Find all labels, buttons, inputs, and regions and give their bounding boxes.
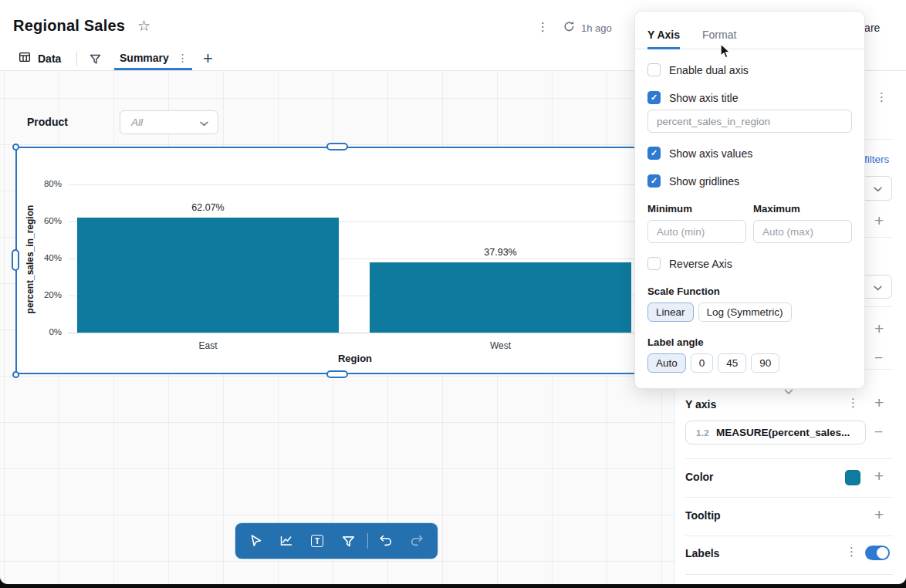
tab-summary[interactable]: Summary ⋮ (114, 48, 192, 70)
scale-log-button[interactable]: Log (Symmetric) (698, 302, 792, 322)
chevron-down-icon (874, 181, 882, 195)
labels-kebab-icon[interactable]: ⋮ (846, 546, 857, 558)
tab-data-label: Data (38, 52, 61, 65)
app-window: Regional Sales ☆ ⋮ 1h ago Share Data Sum… (0, 0, 906, 584)
redo-icon[interactable] (408, 532, 425, 549)
tab-summary-kebab-icon[interactable]: ⋮ (177, 52, 188, 64)
screen-edge (0, 584, 906, 588)
sidebar-divider (685, 574, 893, 575)
reverse-axis-checkbox[interactable] (647, 257, 661, 270)
y-tick: 20% (31, 290, 62, 299)
undo-icon[interactable] (377, 532, 394, 549)
labels-toggle[interactable] (865, 546, 890, 560)
show-axis-values-checkbox[interactable]: ✓ (647, 147, 661, 160)
show-axis-values-label: Show axis values (669, 147, 752, 160)
toolbar-divider (367, 533, 368, 549)
axis-title-input[interactable] (647, 110, 852, 133)
show-axis-title-label: Show axis title (669, 92, 738, 104)
selection-handle-bottom[interactable] (326, 370, 348, 378)
reverse-axis-row: Reverse Axis (647, 257, 852, 270)
refresh-icon[interactable] (563, 20, 576, 36)
header-kebab-icon[interactable]: ⋮ (537, 21, 549, 33)
tab-data[interactable]: Data (19, 51, 61, 66)
selection-handle-left[interactable] (12, 249, 19, 271)
last-refresh-label: 1h ago (581, 22, 612, 34)
label-angle-label: Label angle (647, 336, 852, 348)
bar-west[interactable] (370, 262, 631, 333)
sidebar-divider (685, 497, 893, 498)
y-axis-add-button[interactable]: + (874, 396, 884, 410)
add-tab-button[interactable]: + (203, 49, 213, 69)
tab-summary-label: Summary (120, 52, 169, 64)
minimum-label: Minimum (647, 203, 746, 215)
text-tool-icon[interactable]: T (309, 532, 326, 549)
star-icon[interactable]: ☆ (137, 17, 150, 35)
chevron-down-icon (874, 280, 882, 294)
y-axis-remove-button[interactable]: − (874, 425, 883, 439)
page-title: Regional Sales (13, 17, 125, 35)
show-gridlines-label: Show gridlines (669, 175, 739, 188)
y-tick: 0% (31, 327, 62, 336)
angle-45-button[interactable]: 45 (718, 353, 746, 373)
popup-tabs: Y Axis Format (635, 12, 864, 49)
bar-value-label: 62.07% (77, 202, 339, 213)
maximum-label: Maximum (753, 203, 852, 215)
y-axis-kebab-icon[interactable]: ⋮ (847, 397, 859, 409)
color-add-button[interactable]: + (874, 469, 884, 483)
enable-dual-axis-checkbox[interactable] (647, 63, 661, 76)
tab-divider (76, 52, 77, 66)
show-axis-title-checkbox[interactable]: ✓ (647, 91, 661, 104)
toggle-knob (877, 547, 888, 559)
add-field-button[interactable]: + (874, 322, 884, 336)
reverse-axis-label: Reverse Axis (669, 258, 732, 270)
enable-dual-axis-row: Enable dual axis (647, 63, 852, 76)
chevron-down-icon (200, 116, 208, 130)
y-axis-section-title: Y axis (685, 398, 716, 411)
filter-tool-icon[interactable] (340, 532, 357, 549)
scale-function-label: Scale Function (647, 286, 852, 297)
maximum-input[interactable] (753, 220, 852, 243)
product-filter-value: All (131, 117, 143, 128)
angle-90-button[interactable]: 90 (751, 353, 779, 373)
x-tick-east: East (77, 340, 339, 351)
y-tick: 60% (31, 216, 62, 225)
x-axis-title: Region (85, 353, 625, 364)
scale-linear-button[interactable]: Linear (647, 302, 694, 322)
y-tick: 40% (31, 253, 62, 262)
filters-link[interactable]: filters (864, 154, 889, 165)
selection-handle-top[interactable] (326, 143, 348, 150)
angle-0-button[interactable]: 0 (691, 353, 714, 373)
bar-value-label: 37.93% (370, 247, 631, 258)
bar-east[interactable] (77, 218, 339, 333)
angle-auto-button[interactable]: Auto (647, 353, 686, 373)
y-axis-settings-popup: Y Axis Format Enable dual axis ✓ Show ax… (634, 11, 865, 389)
remove-field-button[interactable]: − (874, 351, 883, 365)
filter-icon[interactable] (89, 52, 102, 69)
sidebar-divider (685, 458, 893, 459)
add-field-button[interactable]: + (874, 214, 884, 228)
show-axis-values-row: ✓ Show axis values (647, 147, 852, 160)
product-filter-label: Product (27, 116, 68, 128)
sidebar-section-kebab-icon[interactable]: ⋮ (876, 91, 887, 103)
pointer-tool-icon[interactable] (248, 532, 265, 549)
tooltip-add-button[interactable]: + (874, 508, 884, 522)
color-section-title: Color (685, 471, 714, 483)
product-filter-select[interactable]: All (120, 110, 218, 134)
color-swatch[interactable] (845, 470, 860, 485)
canvas-toolbar: T (235, 523, 438, 559)
selection-handle-bottom-left[interactable] (12, 371, 19, 378)
gridline (68, 184, 659, 185)
numeric-type-icon: 1.2 (696, 428, 709, 438)
show-gridlines-checkbox[interactable]: ✓ (647, 174, 661, 188)
tooltip-section-title: Tooltip (685, 509, 721, 522)
bar-chart[interactable]: percent_sales_in_region 80% 60% 40% 20% … (16, 147, 659, 373)
y-tick: 80% (31, 179, 62, 188)
chart-tool-icon[interactable] (278, 532, 295, 549)
mouse-cursor (716, 42, 733, 63)
minimum-input[interactable] (647, 220, 746, 243)
labels-section-title: Labels (685, 547, 719, 559)
y-axis-field-name: MEASURE(percent_sales... (716, 427, 850, 438)
selection-handle-top-left[interactable] (12, 144, 19, 150)
y-axis-field-pill[interactable]: 1.2 MEASURE(percent_sales... (685, 421, 866, 444)
popup-tab-y-axis[interactable]: Y Axis (647, 29, 680, 49)
